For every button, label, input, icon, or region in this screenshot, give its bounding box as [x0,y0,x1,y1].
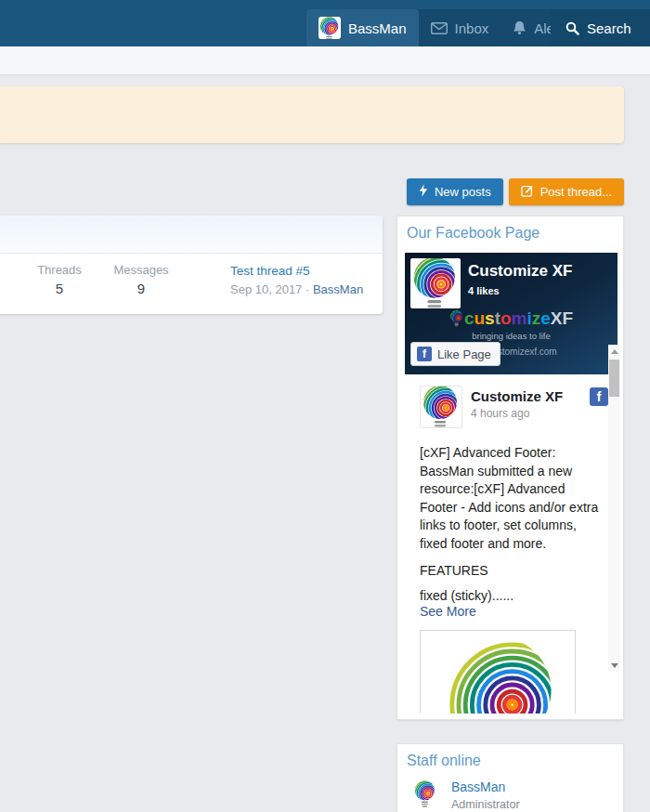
brand-logo-word: customize [464,308,551,329]
facebook-feed-scroll-area: Customize XF 4 hours ago f [cXF] Advance… [405,374,618,714]
last-thread-preview: Test thread #5 Sep 10, 2017 · BassMan [230,264,363,296]
last-thread-link[interactable]: Test thread #5 [230,264,363,278]
user-avatar [318,17,341,39]
page: BassMan Inbox Alerts Search New posts [0,0,650,812]
facebook-icon: f [417,347,432,361]
envelope-icon [431,22,448,34]
new-posts-label: New posts [435,185,491,199]
staff-online-widget: Staff online BassMan Administrator [396,743,624,812]
facebook-post-header: Customize XF 4 hours ago f [420,386,595,428]
facebook-widget: Our Facebook Page Customize XF 4 likes c… [396,216,624,720]
user-tab-label: BassMan [348,20,407,36]
threads-stat: Threads 5 [19,263,100,296]
facebook-widget-title: Our Facebook Page [397,216,623,249]
new-posts-button[interactable]: New posts [407,178,503,205]
post-thread-label: Post thread... [540,185,612,199]
staff-online-title: Staff online [397,744,623,777]
facebook-cover: Customize XF 4 likes customize XF bringi… [405,253,618,374]
facebook-page-name: Customize XF [468,262,572,281]
staff-member-row: BassMan Administrator [397,777,623,811]
see-more-link[interactable]: See More [420,604,595,619]
brand-tagline: bringing ideas to life [405,331,618,341]
navbar-tab-group: BassMan Inbox Alerts [306,9,582,46]
lightbulb-logo-icon [318,17,341,39]
post-image[interactable] [420,630,576,714]
lightbulb-logo-icon [449,309,464,329]
brand-logo-suffix: XF [551,308,573,329]
lightbulb-logo-icon [410,258,461,308]
post-features-text: fixed (sticky)...... [420,588,595,603]
messages-value: 9 [100,281,182,296]
top-navbar: BassMan Inbox Alerts Search [0,0,650,46]
facebook-page-avatar [410,258,461,308]
meta-separator: · [306,282,309,296]
fingerprint-logo-image [442,631,553,714]
last-thread-author-link[interactable]: BassMan [313,282,363,296]
search-label: Search [587,20,631,36]
post-features-heading: FEATURES [420,563,595,578]
facebook-post: Customize XF 4 hours ago f [cXF] Advance… [405,374,618,714]
lightbulb-logo-icon [412,779,438,811]
inbox-tab[interactable]: Inbox [419,9,501,46]
pencil-square-icon [521,184,534,200]
brand-logo-row: customize XF [405,308,618,329]
lightbulb-logo-icon [421,386,462,428]
forum-node-row: Threads 5 Messages 9 Test thread #5 Sep … [0,254,383,296]
like-page-button[interactable]: f Like Page [410,342,500,366]
threads-value: 5 [19,281,100,296]
post-author-link[interactable]: Customize XF [471,388,563,404]
bell-icon [513,20,526,35]
bolt-icon [419,184,428,200]
post-timestamp: 4 hours ago [471,407,563,420]
search-icon [566,21,579,35]
forum-stats-card: Threads 5 Messages 9 Test thread #5 Sep … [0,216,383,314]
last-thread-meta: Sep 10, 2017 · BassMan [230,282,363,296]
staff-member-avatar[interactable] [412,779,438,811]
post-author-avatar [420,386,462,428]
facebook-likes-count: 4 likes [468,285,500,296]
forum-node-header [0,216,383,254]
action-buttons: New posts Post thread... [407,178,624,205]
scrollbar-thumb[interactable] [609,360,619,397]
inbox-label: Inbox [455,20,489,36]
post-thread-button[interactable]: Post thread... [509,178,624,205]
like-page-label: Like Page [437,347,491,361]
facebook-icon: f [590,387,608,406]
messages-label: Messages [100,263,182,277]
user-account-tab[interactable]: BassMan [306,9,419,46]
facebook-embed: Customize XF 4 likes customize XF bringi… [405,253,618,714]
embed-scrollbar[interactable] [608,345,620,672]
last-thread-date: Sep 10, 2017 [230,282,302,296]
search-tab[interactable]: Search [551,9,650,46]
scroll-down-arrow[interactable] [608,659,620,672]
staff-member-name-link[interactable]: BassMan [451,779,520,794]
notice-banner [0,86,624,143]
messages-stat: Messages 9 [100,263,182,296]
staff-member-role: Administrator [451,798,520,811]
post-body-text: [cXF] Advanced Footer: BassMan submitted… [420,444,604,553]
subnav-strip [0,46,650,75]
threads-label: Threads [19,263,100,277]
scroll-up-arrow[interactable] [608,345,620,358]
